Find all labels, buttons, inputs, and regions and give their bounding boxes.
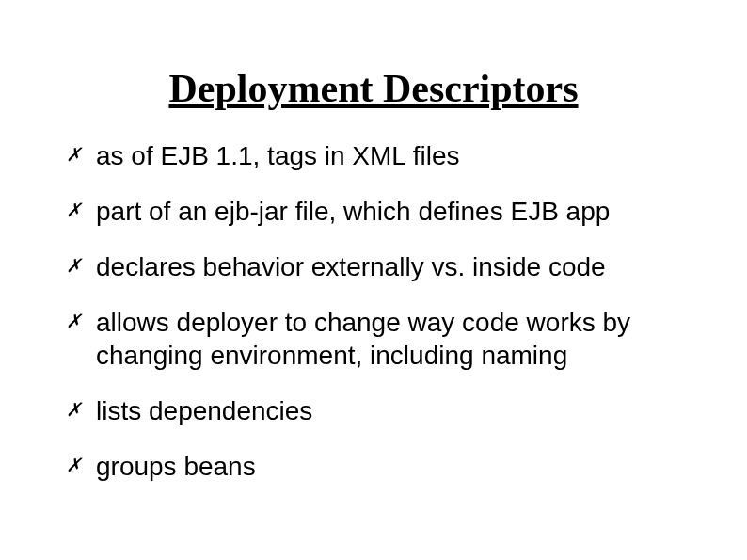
list-item: ✗ allows deployer to change way code wor… xyxy=(66,306,681,372)
list-item: ✗ part of an ejb-jar file, which defines… xyxy=(66,195,681,228)
list-item: ✗ groups beans xyxy=(66,450,681,483)
scissors-icon: ✗ xyxy=(66,200,82,219)
scissors-icon: ✗ xyxy=(66,145,82,164)
bullet-text: declares behavior externally vs. inside … xyxy=(96,252,606,281)
list-item: ✗ declares behavior externally vs. insid… xyxy=(66,250,681,283)
bullet-list: ✗ as of EJB 1.1, tags in XML files ✗ par… xyxy=(66,139,681,483)
slide-title: Deployment Descriptors xyxy=(56,66,691,111)
scissors-icon: ✗ xyxy=(66,256,82,275)
scissors-icon: ✗ xyxy=(66,456,82,474)
list-item: ✗ as of EJB 1.1, tags in XML files xyxy=(66,139,681,172)
bullet-text: groups beans xyxy=(96,452,256,481)
list-item: ✗ lists dependencies xyxy=(66,394,681,427)
bullet-text: lists dependencies xyxy=(96,396,312,425)
scissors-icon: ✗ xyxy=(66,312,82,330)
bullet-text: part of an ejb-jar file, which defines E… xyxy=(96,197,610,226)
scissors-icon: ✗ xyxy=(66,400,82,419)
slide: Deployment Descriptors ✗ as of EJB 1.1, … xyxy=(0,0,747,560)
bullet-text: allows deployer to change way code works… xyxy=(96,308,630,370)
bullet-text: as of EJB 1.1, tags in XML files xyxy=(96,141,459,170)
